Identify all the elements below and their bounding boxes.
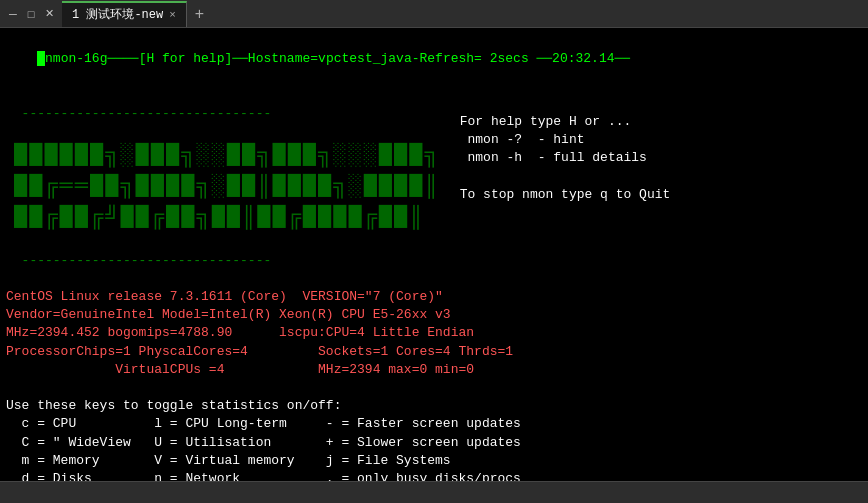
sysinfo-line-5: VirtualCPUs =4 MHz=2394 max=0 min=0: [6, 361, 862, 379]
logo-help-section: -------------------------------- ██████╗…: [6, 105, 862, 270]
logo-border-top: --------------------------------: [6, 105, 440, 123]
terminal-area[interactable]: nmon-16g────[H for help]──Hostname=vpcte…: [0, 28, 868, 481]
logo-area: -------------------------------- ██████╗…: [6, 105, 440, 270]
tab-close-icon[interactable]: ×: [169, 9, 176, 21]
header-cursor: [37, 51, 45, 66]
sysinfo-line-2: Vendor=GenuineIntel Model=Intel(R) Xeon(…: [6, 306, 862, 324]
blank-line-1: [6, 87, 862, 105]
status-bar: [0, 481, 868, 503]
toggle-header: Use these keys to toggle statistics on/o…: [6, 397, 862, 415]
sysinfo-line-3: MHz=2394.452 bogomips=4788.90 lscpu:CPU=…: [6, 324, 862, 342]
tab-bar: 1 测试环境-new × +: [62, 1, 212, 27]
sysinfo-line-4: ProcessorChips=1 PhyscalCores=4 Sockets=…: [6, 343, 862, 361]
active-tab[interactable]: 1 测试环境-new ×: [62, 1, 187, 27]
logo-border-bot: --------------------------------: [6, 252, 440, 270]
blank-line-3: [6, 234, 440, 252]
help-line-3: nmon -h - full details: [460, 149, 671, 167]
toggle-line-1: c = CPU l = CPU Long-term - = Faster scr…: [6, 415, 862, 433]
blank-line-5: [6, 379, 862, 397]
sysinfo-line-1: CentOS Linux release 7.3.1611 (Core) VER…: [6, 288, 862, 306]
help-line-1: For help type H or ...: [460, 113, 671, 131]
help-area: For help type H or ... nmon -? - hint nm…: [460, 105, 671, 270]
toggle-line-2: C = " WideView U = Utilisation + = Slowe…: [6, 434, 862, 452]
window-controls: ─ □ ✕: [4, 5, 58, 23]
title-bar: ─ □ ✕ 1 测试环境-new × +: [0, 0, 868, 28]
tab-label: 1 测试环境-new: [72, 6, 163, 23]
help-line-2: nmon -? - hint: [460, 131, 671, 149]
maximize-button[interactable]: □: [22, 5, 40, 23]
toggle-line-4: d = Disks n = Network . = only busy disk…: [6, 470, 862, 481]
toggle-line-3: m = Memory V = Virtual memory j = File S…: [6, 452, 862, 470]
help-line-4: To stop nmon type q to Quit: [460, 186, 671, 204]
close-button[interactable]: ✕: [40, 5, 58, 23]
minimize-button[interactable]: ─: [4, 5, 22, 23]
help-blank: [460, 167, 671, 185]
nmon-logo: ██████╗░███╗░░██╗███╗░░░███╗ ██╔══██╗███…: [6, 141, 440, 233]
blank-line-4: [6, 270, 862, 288]
blank-line-2: [6, 123, 440, 141]
new-tab-button[interactable]: +: [187, 1, 212, 27]
terminal-header-line: nmon-16g────[H for help]──Hostname=vpcte…: [6, 32, 862, 87]
